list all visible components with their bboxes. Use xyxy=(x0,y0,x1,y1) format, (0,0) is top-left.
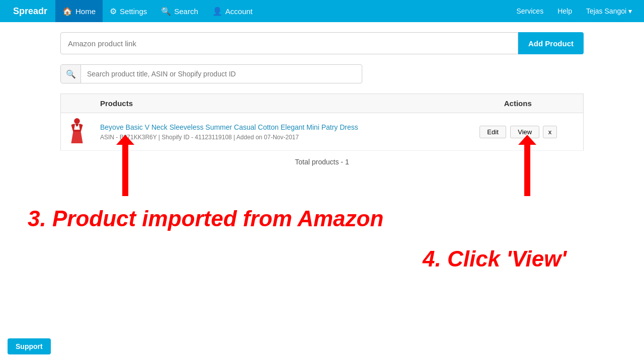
delete-button[interactable]: x xyxy=(543,126,557,138)
total-products-label: Total products - 1 xyxy=(60,158,584,166)
nav-home[interactable]: 🏠 Home xyxy=(55,0,103,22)
product-meta: ASIN - B071KK3R6Y | Shopify ID - 4112311… xyxy=(100,134,446,141)
navbar-right: Services Help Tejas Sangoi ▾ xyxy=(509,0,639,22)
product-actions-cell: Edit View x xyxy=(453,113,584,151)
search-icon: 🔍 xyxy=(161,7,171,16)
svg-marker-3 xyxy=(75,124,79,127)
search-row-icon: 🔍 xyxy=(61,65,81,83)
product-link-row: Add Product xyxy=(60,32,584,54)
main-content: Add Product 🔍 Products Actions xyxy=(0,22,644,176)
dress-thumbnail-icon xyxy=(68,118,86,143)
nav-settings[interactable]: ⚙ Settings xyxy=(103,0,154,22)
annotation-step3: 3. Product imported from Amazon xyxy=(28,206,383,231)
brand-logo[interactable]: Spreadr xyxy=(5,6,55,17)
view-button[interactable]: View xyxy=(510,126,539,138)
settings-icon: ⚙ xyxy=(110,7,117,16)
product-info-cell: Beyove Basic V Neck Sleeveless Summer Ca… xyxy=(93,113,453,151)
svg-point-0 xyxy=(74,118,80,124)
nav-search[interactable]: 🔍 Search xyxy=(154,0,205,22)
svg-marker-2 xyxy=(71,132,83,143)
thumb-col-header xyxy=(61,94,94,113)
edit-button[interactable]: Edit xyxy=(479,126,506,138)
product-thumb-cell xyxy=(61,113,94,151)
support-button[interactable]: Support xyxy=(8,338,51,354)
annotation-step4: 4. Click 'View' xyxy=(423,246,567,272)
navbar: Spreadr 🏠 Home ⚙ Settings 🔍 Search 👤 Acc… xyxy=(0,0,644,22)
nav-user[interactable]: Tejas Sangoi ▾ xyxy=(579,0,639,22)
product-search-row: 🔍 xyxy=(60,64,362,83)
actions-col-header: Actions xyxy=(453,94,584,113)
amazon-product-link-input[interactable] xyxy=(60,32,518,54)
nav-account[interactable]: 👤 Account xyxy=(205,0,260,22)
product-name-link[interactable]: Beyove Basic V Neck Sleeveless Summer Ca… xyxy=(100,123,358,131)
nav-help[interactable]: Help xyxy=(550,0,579,22)
products-col-header: Products xyxy=(93,94,453,113)
products-table: Products Actions Beyove Basic V Neck Sle… xyxy=(60,94,584,151)
table-row: Beyove Basic V Neck Sleeveless Summer Ca… xyxy=(61,113,584,151)
product-search-input[interactable] xyxy=(81,70,362,78)
home-icon: 🏠 xyxy=(62,7,72,16)
account-icon: 👤 xyxy=(212,7,222,16)
add-product-button[interactable]: Add Product xyxy=(518,32,584,54)
nav-services[interactable]: Services xyxy=(509,0,550,22)
